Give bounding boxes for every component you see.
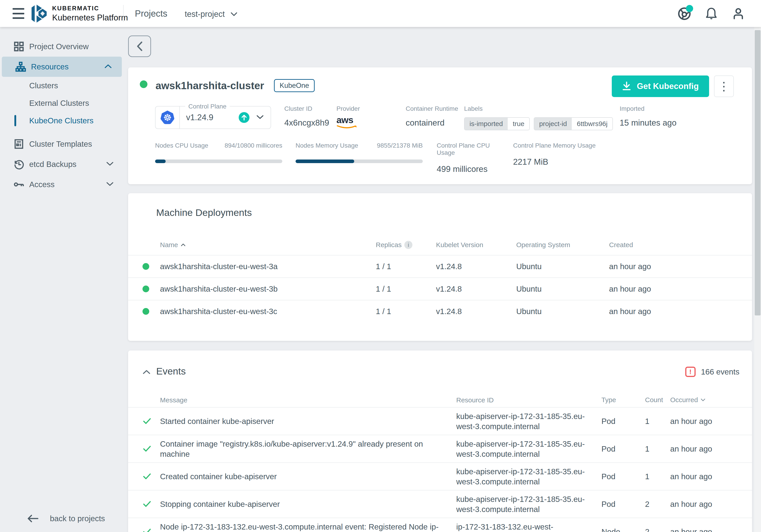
brand-top: KUBERMATIC [52, 5, 128, 12]
notification-dot [686, 5, 693, 12]
machine-deployment-row[interactable]: awsk1harshita-cluster-eu-west-3b 1 / 1 v… [128, 278, 752, 300]
check-icon [143, 501, 151, 508]
event-message: Stopping container kube-apiserver [160, 499, 456, 509]
event-message: Created container kube-apiserver [160, 471, 456, 481]
community-icon[interactable] [677, 7, 691, 21]
events-header: Message Resource ID Type Count Occurred [128, 393, 752, 407]
label-chip: is-imported true [464, 117, 530, 130]
resources-tree-icon [14, 61, 27, 73]
nodes-memory-usage: Nodes Memory Usage 9855/21378 MiB [296, 142, 423, 163]
sidebar-item-cluster-templates[interactable]: Cluster Templates [0, 134, 124, 154]
top-header: KUBERMATIC Kubernetes Platform Projects … [0, 0, 761, 27]
event-count: 1 [645, 417, 670, 426]
collapse-events-icon[interactable] [143, 369, 150, 376]
column-name[interactable]: Name [160, 241, 178, 249]
back-to-projects-link[interactable]: back to projects [27, 514, 105, 523]
container-runtime-value: containerd [406, 118, 458, 128]
provider-block: Provider aws [336, 105, 360, 130]
kubernetes-icon: ☸ [160, 111, 174, 125]
chevron-up-icon [104, 64, 112, 70]
cluster-menu-button[interactable]: ⋮ [714, 76, 734, 97]
machine-deployment-row[interactable]: awsk1harshita-cluster-eu-west-3c 1 / 1 v… [128, 300, 752, 322]
sidebar-item-kubeone-clusters[interactable]: KubeOne Clusters [0, 112, 124, 130]
hamburger-menu-icon[interactable] [13, 8, 24, 19]
chevron-down-icon [106, 182, 114, 187]
user-icon[interactable] [731, 7, 745, 21]
kebab-icon: ⋮ [718, 80, 730, 93]
sidebar-item-clusters[interactable]: Clusters [0, 77, 124, 94]
column-operating-system: Operating System [516, 241, 609, 249]
nodes-memory-label: Nodes Memory Usage [296, 142, 358, 149]
column-count: Count [645, 396, 670, 404]
sidebar-label: Resources [31, 62, 69, 71]
label-chip-key: project-id [534, 118, 572, 130]
sidebar-label: KubeOne Clusters [29, 116, 93, 125]
scrollbar[interactable] [754, 27, 761, 532]
check-icon [143, 418, 151, 425]
labels-block: Labels is-imported true project-id 6ttbw… [464, 105, 613, 130]
event-row[interactable]: Stopping container kube-apiserver kube-a… [128, 490, 752, 518]
event-count: 2 [645, 527, 670, 532]
scrollbar-thumb[interactable] [755, 30, 761, 315]
control-plane-label: Control Plane [185, 103, 230, 110]
get-kubeconfig-button[interactable]: Get Kubeconfig [612, 76, 709, 97]
status-dot [143, 308, 149, 315]
sidebar-item-project-overview[interactable]: Project Overview [0, 36, 124, 57]
event-resource-id: kube-apiserver-ip-172-31-185-35.eu-west-… [456, 494, 587, 514]
download-icon [622, 81, 631, 91]
event-message: Started container kube-apiserver [160, 416, 456, 426]
md-name: awsk1harshita-cluster-eu-west-3c [160, 307, 376, 316]
project-selector-value: test-project [185, 9, 225, 19]
events-title: Events [156, 366, 186, 377]
event-row[interactable]: Started container kube-apiserver kube-ap… [128, 407, 752, 435]
event-type: Pod [602, 500, 645, 508]
machine-deployment-row[interactable]: awsk1harshita-cluster-eu-west-3a 1 / 1 v… [128, 255, 752, 278]
bell-icon[interactable] [704, 7, 718, 21]
sort-desc-icon [701, 398, 706, 401]
event-occurred: an hour ago [670, 444, 752, 453]
alert-icon: ! [685, 367, 696, 377]
event-row[interactable]: Created container kube-apiserver kube-ap… [128, 462, 752, 490]
column-replicas: Replicas [376, 241, 402, 249]
active-indicator [14, 115, 16, 126]
event-occurred: an hour ago [670, 472, 752, 481]
sidebar-item-resources[interactable]: Resources [2, 57, 122, 77]
cluster-name: awsk1harshita-cluster [155, 80, 264, 92]
kubermatic-logo-icon[interactable] [30, 4, 48, 24]
cp-cpu-value: 499 millicores [437, 164, 509, 174]
sidebar-item-access[interactable]: Access [0, 174, 124, 194]
container-runtime-block: Container Runtime containerd [406, 105, 458, 128]
nodes-cpu-value: 894/10800 millicores [224, 142, 282, 149]
brand-bottom: Kubernetes Platform [52, 14, 128, 22]
nodes-memory-value: 9855/21378 MiB [377, 142, 423, 149]
nav-projects-title: Projects [135, 9, 167, 19]
column-occurred[interactable]: Occurred [670, 396, 698, 404]
md-name: awsk1harshita-cluster-eu-west-3a [160, 262, 376, 271]
progress-fill [296, 160, 354, 163]
sort-asc-icon [181, 243, 186, 246]
sidebar-item-etcd-backups[interactable]: etcd Backups [0, 154, 124, 174]
back-button[interactable] [128, 35, 151, 57]
header-divider [123, 5, 124, 22]
kubeone-badge: KubeOne [274, 79, 315, 92]
event-type: Pod [602, 444, 645, 453]
nodes-cpu-usage: Nodes CPU Usage 894/10800 millicores [155, 142, 282, 163]
event-row[interactable]: Node ip-172-31-183-132.eu-west-3.compute… [128, 518, 752, 532]
cp-memory-label: Control Plane Memory Usage [513, 142, 596, 149]
info-icon[interactable]: i [404, 241, 412, 249]
cluster-id-label: Cluster ID [284, 105, 329, 112]
control-plane-version: v1.24.9 [186, 113, 213, 122]
chevron-down-icon [106, 161, 114, 167]
event-message: Container image "registry.k8s.io/kube-ap… [160, 439, 456, 459]
event-resource-id: ip-172-31-183-132.eu-west-3.compute.inte… [456, 522, 587, 532]
event-resource-id: kube-apiserver-ip-172-31-185-35.eu-west-… [456, 466, 587, 487]
event-row[interactable]: Container image "registry.k8s.io/kube-ap… [128, 435, 752, 462]
control-plane-version-select[interactable]: Control Plane ☸ v1.24.9 [155, 106, 271, 129]
progress-fill [155, 160, 166, 163]
upgrade-available-icon[interactable] [239, 112, 250, 123]
sidebar-item-external-clusters[interactable]: External Clusters [0, 94, 124, 112]
events-count-label: 166 events [701, 367, 739, 376]
project-selector[interactable]: test-project [185, 9, 237, 19]
arrow-left-icon [27, 514, 39, 523]
document-icon [13, 138, 25, 150]
